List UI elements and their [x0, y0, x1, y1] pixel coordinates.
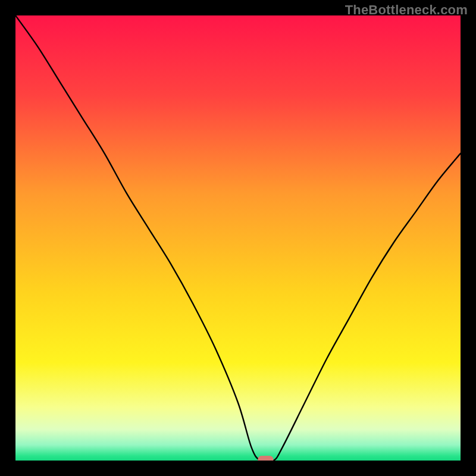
chart-frame: TheBottleneck.com [0, 0, 476, 476]
gradient-background [15, 15, 461, 461]
bottleneck-chart [15, 15, 461, 461]
watermark-text: TheBottleneck.com [345, 2, 468, 18]
marker-pill [258, 456, 273, 461]
plot-area [15, 15, 461, 461]
